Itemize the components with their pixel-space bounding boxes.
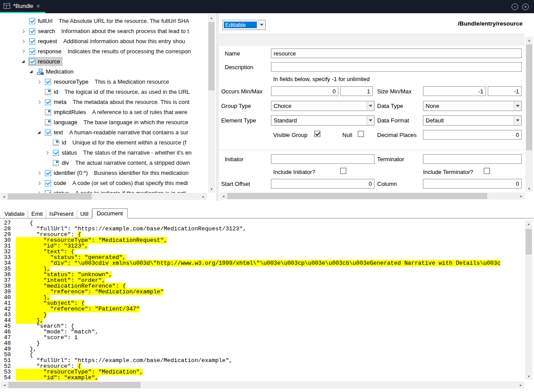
- tree-node[interactable]: language: [44, 118, 80, 127]
- tree-vertical-scrollbar[interactable]: ▲ ▼: [208, 14, 215, 192]
- column-input[interactable]: 0: [423, 179, 522, 189]
- inspector-horizontal-scrollbar[interactable]: ◄ ►: [220, 192, 525, 200]
- decimal-places-input[interactable]: 0: [423, 130, 522, 140]
- tree-item-status[interactable]: statusA code to indicate if the medicati…: [0, 188, 208, 193]
- tree-node[interactable]: resourceType: [44, 77, 91, 86]
- start-offset-input[interactable]: 0: [271, 179, 375, 189]
- chevron-down-icon[interactable]: [514, 101, 521, 111]
- scroll-up-icon[interactable]: ▲: [526, 37, 533, 44]
- tree-node[interactable]: implicitRules: [44, 107, 88, 117]
- tree-node[interactable]: identifier (0:*): [44, 168, 90, 178]
- tree-node[interactable]: status: [44, 189, 71, 193]
- data-format-select[interactable]: Default: [423, 115, 522, 126]
- scroll-up-icon[interactable]: ▲: [525, 220, 532, 227]
- tree-item-medication[interactable]: Medication: [0, 67, 208, 77]
- tree-horizontal-scrollbar[interactable]: ◄ ►: [0, 193, 207, 200]
- size-max-input[interactable]: -1: [488, 86, 522, 96]
- chevron-right-icon[interactable]: [44, 152, 52, 154]
- tree-item-id[interactable]: idThe logical id of the resource, as use…: [0, 87, 208, 97]
- inspector-vertical-scrollbar[interactable]: ▲ ▼: [526, 37, 533, 192]
- chevron-expanded-icon[interactable]: [28, 70, 36, 73]
- chevron-right-icon[interactable]: [36, 101, 44, 104]
- document-tab-bundle[interactable]: *Bundle ×: [0, 0, 45, 13]
- tree-node[interactable]: text: [44, 128, 65, 137]
- tree-node[interactable]: meta: [44, 97, 69, 107]
- description-input[interactable]: [271, 62, 522, 72]
- tree-item-div[interactable]: divThe actual narrative content, a strip…: [0, 158, 208, 168]
- chevron-down-icon[interactable]: [258, 20, 265, 30]
- data-type-select[interactable]: None: [423, 101, 522, 111]
- chevron-right-icon[interactable]: [20, 30, 28, 33]
- tree-item-request[interactable]: requestAdditional information about how …: [0, 36, 208, 46]
- scroll-right-icon[interactable]: ►: [517, 381, 524, 388]
- scroll-thumb[interactable]: [208, 22, 215, 90]
- tree-item-text[interactable]: textA human-readable narrative that cont…: [0, 127, 208, 137]
- group-type-select[interactable]: Choice: [271, 101, 375, 111]
- occurs-max-input[interactable]: 1: [340, 86, 373, 96]
- pane-splitter[interactable]: [216, 13, 219, 201]
- tree-item-resourcetype[interactable]: resourceTypeThis is a Medication resourc…: [0, 77, 208, 87]
- chevron-right-icon[interactable]: [36, 182, 44, 185]
- tree-node[interactable]: request: [28, 37, 59, 46]
- scroll-right-icon[interactable]: ►: [200, 193, 207, 200]
- chevron-expanded-icon[interactable]: [36, 131, 44, 134]
- scroll-left-icon[interactable]: ◄: [1, 381, 8, 388]
- scroll-thumb[interactable]: [8, 382, 141, 388]
- json-code-view[interactable]: 27 {28 "fullUrl": "https://example.com/b…: [0, 220, 525, 381]
- chevron-down-icon[interactable]: [367, 116, 374, 125]
- tree-item-meta[interactable]: metaThe metadata about the resource. Thi…: [0, 97, 208, 107]
- visible-group-checkbox[interactable]: [314, 131, 320, 137]
- tree-item-id[interactable]: idUnique id for the element within a res…: [0, 137, 208, 148]
- tree-node[interactable]: id: [52, 138, 68, 147]
- tree-node[interactable]: resource: [28, 57, 63, 66]
- tree-item-identifier-0[interactable]: identifier (0:*)Business identifier for …: [0, 168, 208, 178]
- scroll-down-icon[interactable]: ▼: [208, 185, 215, 192]
- tab-ispresent[interactable]: IsPresent: [46, 210, 77, 218]
- tree-node[interactable]: fullUrl: [28, 16, 55, 26]
- tree-node[interactable]: search: [28, 26, 57, 36]
- scroll-down-icon[interactable]: ▼: [525, 373, 532, 380]
- chevron-down-icon[interactable]: [367, 101, 374, 111]
- tab-emit[interactable]: Emit: [28, 210, 46, 218]
- chevron-right-icon[interactable]: [20, 50, 28, 53]
- chevron-right-icon[interactable]: [36, 172, 44, 174]
- tree-item-search[interactable]: searchInformation about the search proce…: [0, 26, 208, 36]
- initiator-input[interactable]: [271, 154, 375, 164]
- chevron-right-icon[interactable]: [20, 40, 28, 43]
- scroll-thumb[interactable]: [526, 44, 532, 150]
- tree-item-implicitrules[interactable]: implicitRulesA reference to a set of rul…: [0, 107, 208, 117]
- tab-validate[interactable]: Validate: [1, 210, 28, 218]
- scroll-left-icon[interactable]: ◄: [220, 192, 227, 200]
- include-terminator-checkbox[interactable]: [484, 168, 490, 174]
- scroll-right-icon[interactable]: ►: [518, 192, 525, 200]
- scroll-left-icon[interactable]: ◄: [0, 193, 7, 200]
- tree-node[interactable]: code: [44, 178, 68, 188]
- scroll-thumb[interactable]: [8, 193, 92, 200]
- chevron-down-icon[interactable]: [514, 116, 521, 125]
- mode-select[interactable]: Editable: [222, 20, 266, 30]
- tree-node[interactable]: div: [52, 158, 71, 167]
- document-horizontal-scrollbar[interactable]: ◄ ►: [1, 381, 524, 388]
- chevron-right-icon[interactable]: [36, 81, 44, 83]
- tree-node[interactable]: status: [52, 148, 79, 157]
- tree-item-status[interactable]: statusThe status of the narrative - whet…: [0, 148, 208, 158]
- tree-node[interactable]: id: [44, 87, 60, 96]
- scroll-thumb[interactable]: [526, 229, 532, 255]
- terminator-input[interactable]: [423, 154, 522, 164]
- tab-document[interactable]: Document: [92, 208, 128, 218]
- name-input[interactable]: resource: [271, 48, 522, 58]
- expand-all-button[interactable]: +: [522, 4, 529, 10]
- tree-node[interactable]: Medication: [36, 67, 76, 76]
- tab-util[interactable]: Util: [77, 210, 92, 218]
- chevron-expanded-icon[interactable]: [20, 60, 28, 63]
- tree-node[interactable]: response: [28, 47, 63, 56]
- document-vertical-scrollbar[interactable]: ▲ ▼: [525, 220, 532, 380]
- scroll-down-icon[interactable]: ▼: [526, 185, 533, 192]
- tree-item-code[interactable]: codeA code (or set of codes) that specif…: [0, 178, 208, 188]
- include-initiator-checkbox[interactable]: [340, 168, 346, 174]
- occurs-min-input[interactable]: 0: [271, 86, 338, 96]
- scroll-up-icon[interactable]: ▲: [208, 14, 215, 21]
- tree-item-response[interactable]: responseIndicates the results of process…: [0, 46, 208, 56]
- size-min-input[interactable]: -1: [423, 86, 486, 96]
- null-checkbox[interactable]: [358, 131, 364, 137]
